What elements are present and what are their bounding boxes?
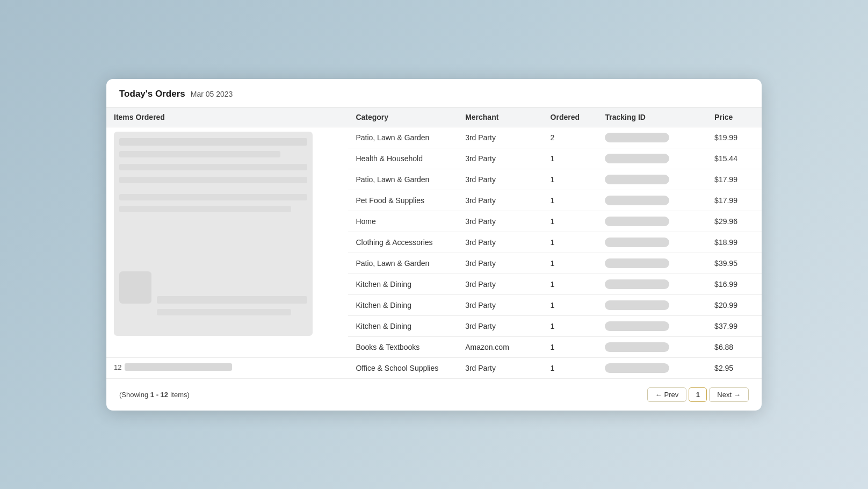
cell-tracking (597, 127, 707, 148)
cell-price: $15.44 (707, 148, 762, 169)
cell-price: $18.99 (707, 232, 762, 253)
cell-price: $20.99 (707, 294, 762, 315)
showing-suffix: Items) (168, 391, 190, 399)
cell-tracking (597, 232, 707, 253)
panel-title: Today's Orders (119, 89, 185, 99)
cell-category: Patio, Lawn & Garden (348, 169, 458, 190)
cell-category: Clothing & Accessories (348, 232, 458, 253)
prev-button[interactable]: ← Prev (647, 387, 687, 402)
cell-price: $19.99 (707, 127, 762, 148)
orders-table: Items Ordered Category Merchant Ordered … (106, 107, 762, 378)
cell-ordered: 1 (543, 148, 598, 169)
cell-ordered: 1 (543, 190, 598, 211)
col-header-items: Items Ordered (106, 107, 348, 127)
cell-price: $37.99 (707, 315, 762, 336)
panel-header: Today's Orders Mar 05 2023 (106, 79, 762, 107)
cell-category: Kitchen & Dining (348, 274, 458, 294)
cell-category: Home (348, 211, 458, 232)
prev-arrow-icon: ← (655, 391, 662, 399)
col-header-tracking: Tracking ID (597, 107, 707, 127)
cell-merchant: 3rd Party (458, 148, 542, 169)
prev-label: Prev (664, 391, 679, 399)
redacted-items-image-large (106, 127, 348, 357)
pagination: ← Prev 1 Next → (647, 387, 749, 402)
col-header-price: Price (707, 107, 762, 127)
cell-ordered: 1 (543, 232, 598, 253)
cell-item-last: 12 (106, 357, 348, 378)
cell-category: Pet Food & Supplies (348, 190, 458, 211)
cell-merchant: 3rd Party (458, 274, 542, 294)
cell-merchant: 3rd Party (458, 253, 542, 274)
table-footer: (Showing 1 - 12 Items) ← Prev 1 Next → (106, 378, 762, 411)
orders-panel: Today's Orders Mar 05 2023 Items Ordered… (106, 79, 762, 411)
cell-price: $6.88 (707, 336, 762, 357)
cell-category: Kitchen & Dining (348, 315, 458, 336)
showing-text: (Showing 1 - 12 Items) (119, 391, 190, 399)
cell-category: Office & School Supplies (348, 357, 458, 378)
col-header-ordered: Ordered (543, 107, 598, 127)
showing-range: 1 - 12 (150, 391, 168, 399)
cell-tracking (597, 169, 707, 190)
page-number-1[interactable]: 1 (689, 387, 707, 402)
cell-ordered: 1 (543, 169, 598, 190)
table-header-row: Items Ordered Category Merchant Ordered … (106, 107, 762, 127)
cell-merchant: 3rd Party (458, 294, 542, 315)
cell-tracking (597, 211, 707, 232)
cell-tracking (597, 336, 707, 357)
cell-ordered: 1 (543, 315, 598, 336)
cell-tracking (597, 357, 707, 378)
cell-merchant: 3rd Party (458, 169, 542, 190)
next-arrow-icon: → (734, 391, 741, 399)
cell-category: Kitchen & Dining (348, 294, 458, 315)
cell-ordered: 1 (543, 211, 598, 232)
cell-tracking (597, 190, 707, 211)
cell-category: Patio, Lawn & Garden (348, 253, 458, 274)
cell-merchant: 3rd Party (458, 190, 542, 211)
cell-price: $29.96 (707, 211, 762, 232)
table-row: Patio, Lawn & Garden3rd Party2$19.99 (106, 127, 762, 148)
cell-tracking (597, 253, 707, 274)
cell-ordered: 2 (543, 127, 598, 148)
cell-ordered: 1 (543, 294, 598, 315)
cell-category: Books & Textbooks (348, 336, 458, 357)
next-button[interactable]: Next → (709, 387, 749, 402)
cell-merchant: 3rd Party (458, 315, 542, 336)
cell-price: $2.95 (707, 357, 762, 378)
cell-tracking (597, 148, 707, 169)
col-header-category: Category (348, 107, 458, 127)
table-row: 12 Office & School Supplies3rd Party1$2.… (106, 357, 762, 378)
cell-merchant: 3rd Party (458, 211, 542, 232)
cell-ordered: 1 (543, 274, 598, 294)
cell-ordered: 1 (543, 336, 598, 357)
showing-prefix: (Showing (119, 391, 150, 399)
cell-price: $39.95 (707, 253, 762, 274)
col-header-merchant: Merchant (458, 107, 542, 127)
cell-ordered: 1 (543, 357, 598, 378)
cell-price: $17.99 (707, 169, 762, 190)
cell-price: $16.99 (707, 274, 762, 294)
next-label: Next (717, 391, 732, 399)
cell-category: Health & Household (348, 148, 458, 169)
cell-tracking (597, 315, 707, 336)
cell-category: Patio, Lawn & Garden (348, 127, 458, 148)
cell-tracking (597, 274, 707, 294)
cell-merchant: 3rd Party (458, 232, 542, 253)
cell-price: $17.99 (707, 190, 762, 211)
cell-merchant: 3rd Party (458, 357, 542, 378)
cell-ordered: 1 (543, 253, 598, 274)
cell-merchant: 3rd Party (458, 127, 542, 148)
panel-date: Mar 05 2023 (191, 90, 233, 98)
cell-tracking (597, 294, 707, 315)
cell-merchant: Amazon.com (458, 336, 542, 357)
